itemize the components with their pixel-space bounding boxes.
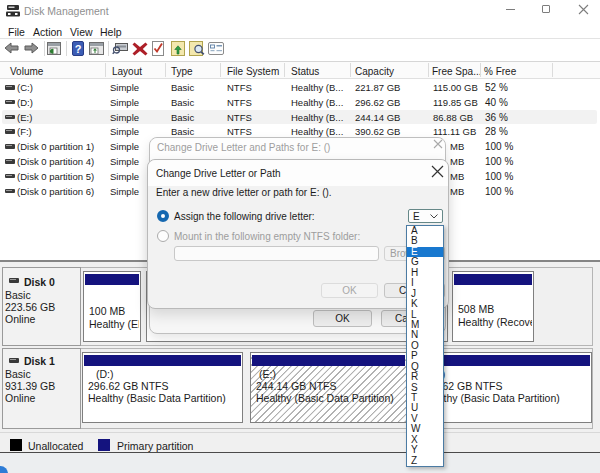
svg-text:?: ?	[75, 43, 82, 55]
